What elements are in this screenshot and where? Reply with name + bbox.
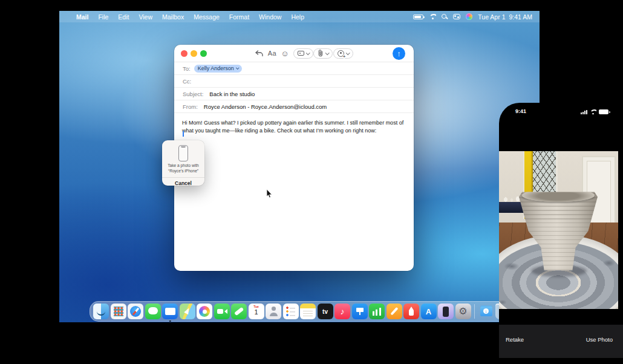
from-field[interactable]: From: Royce Anderson - Royce.Anderson@ic… — [174, 100, 414, 113]
compose-fields: To: Kelly Anderson Cc: Subject: Back in … — [174, 62, 414, 113]
menu-item-window[interactable]: Window — [254, 13, 286, 21]
dock: Tue 1 — [90, 301, 515, 322]
format-button[interactable]: Aa — [266, 48, 278, 59]
recipient-token[interactable]: Kelly Anderson — [194, 65, 242, 73]
mouse-cursor — [266, 189, 273, 201]
menu-item-message[interactable]: Message — [189, 13, 224, 21]
from-label: From: — [183, 103, 198, 110]
dock-calendar-icon[interactable]: Tue 1 — [249, 304, 264, 319]
signal-icon — [581, 109, 587, 114]
message-body-text: Hi Mom! Guess what? I picked up pottery … — [182, 119, 409, 135]
menu-item-file[interactable]: File — [93, 13, 113, 21]
menu-bar: Mail File Edit View Mailbox Message Form… — [59, 11, 540, 22]
menu-item-help[interactable]: Help — [286, 13, 309, 21]
dock-mail-icon[interactable] — [162, 304, 178, 319]
menu-bar-time: 9:41 AM — [509, 13, 532, 21]
wifi-icon — [590, 109, 596, 114]
menu-item-mailbox[interactable]: Mailbox — [157, 13, 189, 21]
control-center-icon[interactable] — [453, 14, 460, 19]
dock-launchpad-icon[interactable] — [111, 304, 126, 319]
iphone-camera-screen: 9:41 Retake Use Photo — [499, 103, 623, 364]
chevron-down-icon — [306, 51, 310, 55]
dock-phone-icon[interactable] — [231, 304, 247, 319]
dock-rocket-icon[interactable] — [403, 304, 419, 319]
dock-facetime-icon[interactable] — [214, 304, 230, 319]
menu-bar-date: Tue Apr 1 — [478, 13, 505, 21]
iphone-time: 9:41 — [515, 108, 526, 114]
dock-music-icon[interactable] — [334, 304, 350, 319]
dock-notes-icon[interactable] — [300, 304, 316, 319]
dock-system-settings-icon[interactable] — [455, 304, 471, 319]
photo-icon — [298, 51, 304, 56]
close-window-button[interactable] — [181, 50, 188, 57]
message-body[interactable]: Hi Mom! Guess what? I picked up pottery … — [174, 114, 414, 271]
search-icon[interactable] — [442, 14, 448, 20]
subject-field[interactable]: Subject: Back in the studio — [174, 88, 414, 100]
from-value: Royce Anderson - Royce.Anderson@icloud.c… — [204, 103, 327, 110]
captured-photo-pottery — [499, 151, 618, 309]
chevron-down-icon — [325, 51, 330, 55]
undo-icon[interactable] — [253, 48, 264, 59]
continuity-camera-popover: Take a photo with “Royce’s iPhone” Cance… — [162, 140, 204, 186]
menu-item-mail[interactable]: Mail — [71, 13, 93, 21]
paperclip-icon — [318, 50, 324, 57]
menu-bar-clock[interactable]: Tue Apr 1 9:41 AM — [478, 13, 532, 21]
attach-file-button[interactable] — [313, 48, 333, 59]
dock-stocks-icon[interactable] — [369, 304, 385, 319]
chevron-down-icon — [346, 51, 350, 55]
menu-item-edit[interactable]: Edit — [113, 13, 134, 21]
dock-pages-icon[interactable] — [387, 304, 402, 319]
subject-label: Subject: — [183, 91, 203, 97]
menu-item-view[interactable]: View — [134, 13, 157, 21]
add-contact-button[interactable] — [333, 48, 353, 59]
dock-safari-icon[interactable] — [128, 304, 143, 319]
camera-action-bar: Retake Use Photo — [499, 325, 623, 358]
text-cursor — [183, 131, 184, 137]
photo-browser-button[interactable] — [293, 48, 313, 59]
calendar-day: 1 — [249, 308, 264, 316]
dock-tv-icon[interactable] — [318, 304, 333, 319]
chevron-down-icon — [236, 66, 240, 70]
popover-message-line1: Take a photo with — [162, 163, 204, 169]
screenshot-stage: Mail File Edit View Mailbox Message Form… — [0, 0, 623, 364]
dock-downloads-icon[interactable] — [478, 304, 494, 319]
emoji-icon[interactable]: ☺ — [279, 48, 290, 59]
use-photo-button[interactable]: Use Photo — [586, 336, 613, 343]
retake-button[interactable]: Retake — [506, 336, 524, 343]
siri-icon[interactable] — [466, 13, 472, 20]
battery-icon[interactable] — [413, 15, 423, 19]
compose-titlebar: Aa ☺ ↑ — [174, 45, 414, 62]
dock-finder-icon[interactable] — [93, 304, 109, 319]
cancel-button[interactable]: Cancel — [162, 178, 204, 186]
send-button[interactable]: ↑ — [393, 47, 405, 60]
wifi-icon[interactable] — [429, 14, 436, 19]
running-indicator — [169, 320, 171, 322]
cc-label: Cc: — [183, 78, 191, 85]
dock-iphone-mirroring-icon[interactable] — [438, 304, 454, 319]
dock-keynote-icon[interactable] — [352, 304, 368, 319]
subject-value: Back in the studio — [209, 91, 255, 97]
dock-maps-icon[interactable] — [180, 304, 195, 319]
iphone-status-bar: 9:41 — [499, 103, 623, 121]
recipient-name: Kelly Anderson — [198, 65, 234, 71]
mac-desktop: Mail File Edit View Mailbox Message Form… — [59, 11, 540, 322]
minimize-window-button[interactable] — [191, 50, 197, 57]
dock-photos-icon[interactable] — [197, 304, 212, 319]
to-field[interactable]: To: Kelly Anderson — [174, 62, 414, 75]
zoom-window-button[interactable] — [200, 50, 207, 57]
dock-contacts-icon[interactable] — [266, 304, 281, 319]
to-label: To: — [183, 65, 191, 72]
contact-icon — [338, 50, 344, 57]
dock-app-store-icon[interactable] — [421, 304, 437, 319]
battery-icon — [599, 109, 608, 114]
popover-message-line2: “Royce’s iPhone” — [162, 169, 204, 174]
dock-divider — [474, 304, 475, 319]
menu-item-format[interactable]: Format — [224, 13, 254, 21]
mail-compose-window: Aa ☺ ↑ To: — [174, 45, 414, 271]
iphone-icon — [178, 145, 188, 161]
dock-reminders-icon[interactable] — [283, 304, 299, 319]
dock-messages-icon[interactable] — [145, 304, 161, 319]
cc-field[interactable]: Cc: — [174, 75, 414, 88]
